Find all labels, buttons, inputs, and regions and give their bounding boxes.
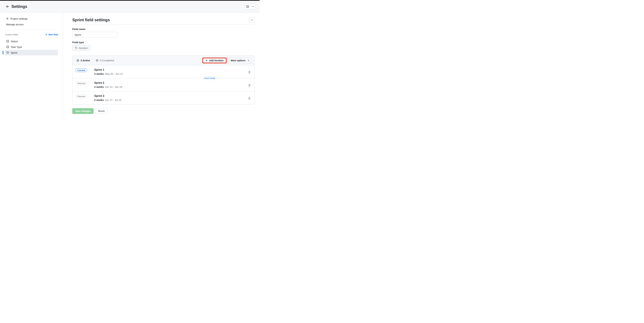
field-icon	[6, 40, 9, 42]
sidebar-field-task-type[interactable]: Task Type	[5, 44, 58, 50]
iteration-range: May 30 - Jun 12	[105, 72, 123, 75]
svg-rect-0	[246, 5, 249, 7]
svg-rect-12	[96, 60, 98, 60]
iteration-duration: 2 weeks	[94, 72, 104, 75]
tab-active[interactable]: 3 Active	[75, 56, 92, 65]
svg-point-10	[252, 20, 253, 20]
sidebar-item-label: Project settings	[10, 17, 28, 20]
iteration-range: Jun 27 - Jul 10	[105, 98, 122, 101]
sidebar-field-label: Sprint	[11, 51, 17, 54]
iteration-panel: 3 Active 0 Completed Add iteration	[72, 55, 254, 104]
field-name-label: Field name	[72, 28, 254, 30]
iteration-badge: Planned	[76, 94, 87, 98]
new-field-label: New field	[48, 33, 58, 36]
sidebar-field-label: Status	[11, 40, 18, 43]
main-content: Sprint field settings Field name Field t…	[63, 12, 260, 121]
iteration-name[interactable]: Sprint 1	[94, 68, 247, 71]
svg-point-3	[252, 6, 253, 7]
sidebar-manage-access[interactable]: Manage access	[5, 21, 58, 27]
page-title: Settings	[12, 4, 27, 9]
iteration-row: Insert breakPlannedSprint 22 weeksJun 13…	[72, 78, 254, 91]
iteration-badge: Current	[76, 68, 87, 72]
more-options-label: More options	[231, 59, 246, 62]
svg-point-2	[252, 6, 252, 7]
divider	[5, 29, 58, 30]
field-icon	[6, 51, 9, 54]
delete-iteration-button[interactable]	[247, 83, 252, 87]
iteration-duration: 2 weeks	[94, 98, 104, 101]
iteration-row: CurrentSprint 12 weeksMay 30 - Jun 12	[72, 65, 254, 78]
field-icon	[6, 45, 9, 48]
field-type-label: Field type	[72, 41, 254, 44]
svg-point-8	[251, 20, 251, 20]
sidebar: Project settings Manage access Custom fi…	[0, 12, 63, 121]
caret-down-icon	[248, 60, 249, 61]
save-button[interactable]: Save changes	[72, 108, 94, 114]
delete-iteration-button[interactable]	[247, 70, 252, 74]
sidebar-field-sprint[interactable]: Sprint	[5, 50, 58, 55]
field-type-pill: Iteration	[72, 45, 90, 51]
sidebar-item-label: Manage access	[6, 23, 24, 26]
save-label: Save changes	[75, 110, 91, 112]
plus-icon	[206, 59, 208, 62]
iteration-row: PlannedSprint 32 weeksJun 27 - Jul 10	[72, 91, 254, 104]
reset-button[interactable]: Reset	[95, 108, 107, 114]
tab-completed[interactable]: 0 Completed	[94, 56, 116, 65]
back-arrow-icon[interactable]	[6, 5, 10, 8]
main-title: Sprint field settings	[72, 17, 110, 22]
field-type-value: Iteration	[79, 46, 88, 49]
svg-point-4	[254, 6, 254, 7]
sidebar-project-settings[interactable]: Project settings	[5, 16, 58, 21]
iteration-name[interactable]: Sprint 3	[94, 94, 247, 97]
gear-icon	[6, 17, 9, 20]
clock-icon	[76, 59, 79, 62]
topbar-kebab-button[interactable]	[250, 4, 256, 9]
iteration-range: Jun 13 - Jun 26	[105, 85, 122, 88]
main-kebab-button[interactable]	[249, 17, 254, 23]
archive-icon	[96, 59, 98, 62]
tab-active-label: 3 Active	[80, 59, 90, 62]
add-iteration-button[interactable]: Add iteration	[202, 58, 226, 63]
tab-completed-label: 0 Completed	[100, 59, 114, 62]
iteration-name[interactable]: Sprint 2	[94, 81, 247, 84]
add-iteration-label: Add iteration	[209, 59, 224, 62]
panel-toggle-button[interactable]	[245, 4, 250, 9]
new-field-button[interactable]: New field	[45, 33, 58, 36]
field-name-input[interactable]	[72, 32, 117, 37]
more-options-button[interactable]: More options	[228, 58, 252, 63]
custom-fields-heading: Custom fields	[5, 33, 18, 36]
svg-point-5	[7, 18, 8, 19]
iteration-icon	[75, 46, 78, 49]
insert-break-button[interactable]: Insert break	[202, 76, 218, 80]
reset-label: Reset	[98, 110, 104, 112]
iteration-badge: Planned	[76, 81, 87, 85]
plus-icon	[45, 33, 48, 36]
sidebar-field-label: Task Type	[11, 45, 22, 48]
sidebar-field-status[interactable]: Status	[5, 38, 58, 44]
delete-iteration-button[interactable]	[247, 96, 252, 100]
svg-point-9	[252, 20, 252, 20]
iteration-duration: 2 weeks	[94, 85, 104, 88]
topbar: Settings	[0, 1, 260, 12]
